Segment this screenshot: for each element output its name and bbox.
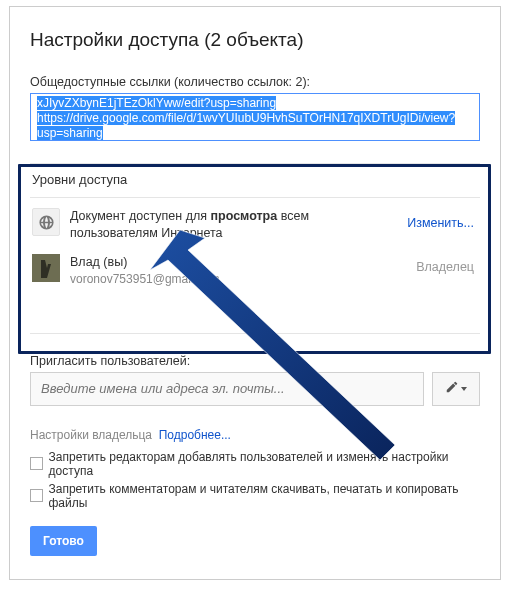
access-row-owner-text: Влад (вы) voronov753951@gmail.com (70, 254, 406, 287)
invite-block: Пригласить пользователей: (30, 354, 480, 406)
access-levels-heading: Уровни доступа (30, 164, 480, 198)
public-links-textarea[interactable]: xJIyvZXbynE1jTEzOklYww/edit?usp=sharingh… (30, 93, 480, 141)
avatar (32, 254, 60, 282)
owner-settings-line: Настройки владельца Подробнее... (30, 428, 480, 442)
checkbox-row-1[interactable]: Запретить редакторам добавлять пользоват… (30, 448, 480, 480)
change-access-link[interactable]: Изменить... (407, 208, 474, 230)
checkbox-label-2: Запретить комментаторам и читателям скач… (49, 482, 481, 510)
checkbox-row-2[interactable]: Запретить комментаторам и читателям скач… (30, 480, 480, 512)
checkbox-icon (30, 457, 43, 470)
owner-role: Владелец (416, 254, 474, 274)
access-row-public-text: Документ доступен для просмотра всем пол… (70, 208, 397, 242)
dialog-title: Настройки доступа (2 объекта) (30, 29, 480, 51)
public-links-label: Общедоступные ссылки (количество ссылок:… (30, 75, 480, 89)
owner-email: voronov753951@gmail.com (70, 271, 406, 287)
access-row-owner: Влад (вы) voronov753951@gmail.com Владел… (30, 252, 480, 297)
access-row-public: Документ доступен для просмотра всем пол… (30, 198, 480, 252)
share-dialog: Настройки доступа (2 объекта) Общедоступ… (9, 6, 501, 580)
done-button[interactable]: Готово (30, 526, 97, 556)
checkbox-icon (30, 489, 43, 502)
globe-icon (32, 208, 60, 236)
owner-name: Влад (вы) (70, 254, 406, 271)
learn-more-link[interactable]: Подробнее... (159, 428, 231, 442)
invite-input[interactable] (30, 372, 424, 406)
chevron-down-icon (461, 387, 467, 391)
checkbox-label-1: Запретить редакторам добавлять пользоват… (49, 450, 480, 478)
invite-label: Пригласить пользователей: (30, 354, 480, 368)
pencil-icon (445, 380, 459, 398)
access-levels-section: Уровни доступа Документ доступен для про… (30, 163, 480, 334)
permission-dropdown-button[interactable] (432, 372, 480, 406)
